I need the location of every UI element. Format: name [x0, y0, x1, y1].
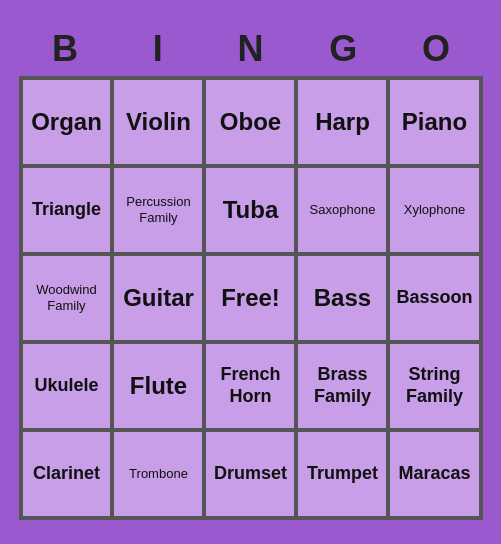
bingo-cell-r0-c4: Piano: [388, 78, 480, 166]
bingo-letter: B: [19, 24, 112, 74]
bingo-cell-r3-c3: Brass Family: [296, 342, 388, 430]
bingo-cell-r1-c0: Triangle: [21, 166, 113, 254]
bingo-letter: I: [111, 24, 204, 74]
bingo-cell-r1-c4: Xylophone: [388, 166, 480, 254]
bingo-cell-r4-c0: Clarinet: [21, 430, 113, 518]
bingo-letter: N: [204, 24, 297, 74]
bingo-letter: G: [297, 24, 390, 74]
bingo-cell-r1-c1: Percussion Family: [112, 166, 204, 254]
bingo-card: BINGO OrganViolinOboeHarpPianoTrianglePe…: [11, 16, 491, 528]
bingo-cell-r4-c1: Trombone: [112, 430, 204, 518]
bingo-cell-r3-c2: French Horn: [204, 342, 296, 430]
bingo-cell-r1-c3: Saxophone: [296, 166, 388, 254]
bingo-letter: O: [390, 24, 483, 74]
bingo-cell-r4-c2: Drumset: [204, 430, 296, 518]
bingo-cell-r0-c0: Organ: [21, 78, 113, 166]
bingo-cell-r2-c1: Guitar: [112, 254, 204, 342]
bingo-grid: OrganViolinOboeHarpPianoTrianglePercussi…: [19, 76, 483, 520]
bingo-cell-r4-c4: Maracas: [388, 430, 480, 518]
bingo-cell-r0-c2: Oboe: [204, 78, 296, 166]
bingo-cell-r4-c3: Trumpet: [296, 430, 388, 518]
bingo-cell-r2-c2: Free!: [204, 254, 296, 342]
bingo-cell-r0-c1: Violin: [112, 78, 204, 166]
bingo-cell-r3-c1: Flute: [112, 342, 204, 430]
bingo-header: BINGO: [19, 24, 483, 74]
bingo-cell-r3-c0: Ukulele: [21, 342, 113, 430]
bingo-cell-r2-c0: Woodwind Family: [21, 254, 113, 342]
bingo-cell-r2-c4: Bassoon: [388, 254, 480, 342]
bingo-cell-r0-c3: Harp: [296, 78, 388, 166]
bingo-cell-r1-c2: Tuba: [204, 166, 296, 254]
bingo-cell-r3-c4: String Family: [388, 342, 480, 430]
bingo-cell-r2-c3: Bass: [296, 254, 388, 342]
